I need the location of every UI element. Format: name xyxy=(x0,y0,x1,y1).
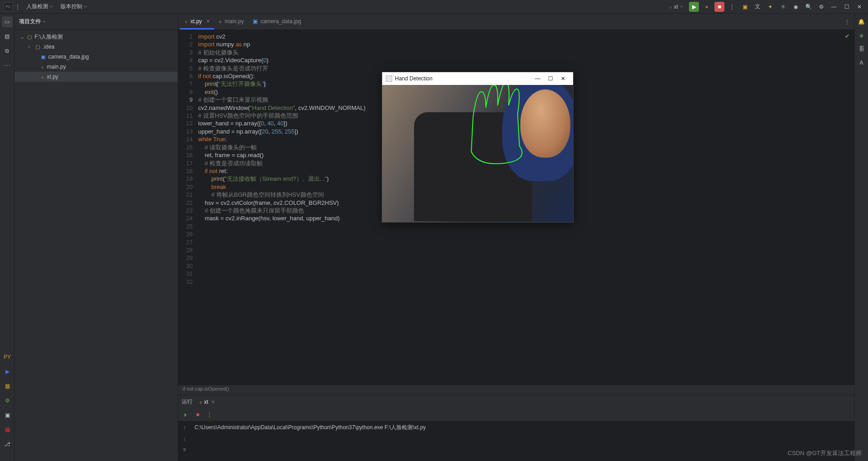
tree-file-main[interactable]: ⬨ main.py xyxy=(15,62,178,72)
chevron-down-icon xyxy=(50,5,53,9)
project-panel-title: 项目文件 xyxy=(19,18,41,25)
opencv-window[interactable]: Hand Detection — ☐ ✕ xyxy=(382,72,574,223)
ai-assistant-icon[interactable]: ◈ xyxy=(857,31,866,40)
tree-file-xt[interactable]: ⬨ xt.py xyxy=(15,72,178,82)
maximize-window-icon[interactable]: ☐ xyxy=(544,75,557,82)
opencv-window-title: Hand Detection xyxy=(395,75,433,82)
python-icon: ⬨ xyxy=(185,18,188,25)
chevron-down-icon xyxy=(680,5,683,9)
profiler-icon[interactable]: A xyxy=(857,58,866,67)
tree-item-label: xt.py xyxy=(47,74,58,80)
translate-icon[interactable]: 文 xyxy=(753,2,763,12)
run-button[interactable]: ▶ xyxy=(689,2,699,12)
close-icon[interactable]: ✕ xyxy=(854,2,864,12)
tab-xt[interactable]: ⬨ xt.py × xyxy=(180,14,214,30)
tree-file-image[interactable]: ▣ camera_data.jpg xyxy=(15,52,178,62)
tab-label: main.py xyxy=(224,18,244,25)
notifications-icon[interactable]: 🔔 xyxy=(857,17,866,26)
watermark: CSDN @GT开发算法工程师 xyxy=(788,449,862,457)
chevron-down-icon xyxy=(84,5,87,9)
run-tool-icon[interactable]: ▶ xyxy=(2,367,12,377)
python-icon: ⬨ xyxy=(199,399,202,405)
run-config-selector[interactable]: ⬨ xt xyxy=(666,3,686,11)
window-app-icon xyxy=(386,75,392,82)
minimize-window-icon[interactable]: — xyxy=(531,75,544,82)
right-tool-rail: 🔔 ◈ 🗄 A xyxy=(854,14,868,461)
scroll-up-icon[interactable]: ↑ xyxy=(183,425,186,431)
python-icon: ⬨ xyxy=(219,18,222,25)
project-panel: 项目文件 ⌄ ▢ F:\人脸检测 › ▢ .idea ▣ camera_data… xyxy=(15,14,178,461)
debug-button[interactable]: ● xyxy=(702,2,712,12)
run-tab[interactable]: ⬨ xt × xyxy=(196,398,217,406)
project-panel-header[interactable]: 项目文件 xyxy=(15,14,178,30)
close-window-icon[interactable]: ✕ xyxy=(557,75,569,82)
tree-folder-idea[interactable]: › ▢ .idea xyxy=(15,42,178,52)
tree-item-label: .idea xyxy=(43,44,55,50)
scroll-down-icon[interactable]: ↓ xyxy=(183,436,186,442)
code-with-me-icon[interactable]: ▣ xyxy=(740,2,750,12)
debug-tool-icon[interactable]: 🐞 xyxy=(2,425,12,435)
services-icon[interactable]: ▦ xyxy=(2,381,12,391)
run-console: ↑ ↓ ≡ C:\Users\Administrator\AppData\Loc… xyxy=(178,421,854,461)
image-icon: ▣ xyxy=(253,18,258,25)
database-icon[interactable]: 🗄 xyxy=(857,45,866,54)
hand-contour-overlay xyxy=(382,85,573,222)
git-icon[interactable]: ⎇ xyxy=(2,439,12,449)
tab-label: camera_data.jpg xyxy=(260,18,301,25)
image-icon: ▣ xyxy=(41,54,45,60)
soft-wrap-icon[interactable]: ≡ xyxy=(183,446,186,453)
run-config-name: xt xyxy=(674,4,678,10)
python-console-icon[interactable]: PY xyxy=(2,352,12,362)
line-gutter: 1234567891011121314151617181920212223242… xyxy=(178,30,196,385)
rerun-icon[interactable]: ⏵ xyxy=(182,411,190,419)
python-icon: ⬨ xyxy=(41,74,44,79)
ide-tools-icon[interactable]: ✦ xyxy=(765,2,775,12)
sync-icon[interactable]: ◉ xyxy=(791,2,801,12)
more-icon[interactable]: ⋮ xyxy=(727,2,737,12)
tab-main[interactable]: ⬨ main.py xyxy=(214,14,248,30)
project-dropdown[interactable]: 人脸检测 xyxy=(23,0,57,13)
vcs-dropdown[interactable]: 版本控制 xyxy=(57,0,91,13)
menubar: PC ⋮ 人脸检测 版本控制 ⬨ xt ▶ ● ■ ⋮ ▣ 文 ✦ ⚛ ◉ 🔍 … xyxy=(0,0,868,14)
opencv-window-titlebar[interactable]: Hand Detection — ☐ ✕ xyxy=(382,72,573,85)
packages-icon[interactable]: ⚙ xyxy=(2,396,12,406)
tree-item-label: main.py xyxy=(47,64,66,70)
settings-icon[interactable]: ⚙ xyxy=(816,2,826,12)
project-tree: ⌄ ▢ F:\人脸检测 › ▢ .idea ▣ camera_data.jpg … xyxy=(15,30,178,461)
analysis-ok-icon[interactable]: ✔ xyxy=(845,33,850,40)
maximize-icon[interactable]: ☐ xyxy=(842,2,852,12)
editor-breadcrumb[interactable]: if not cap.isOpened() xyxy=(178,385,854,395)
run-panel-tabbar: 运行 ⬨ xt × xyxy=(178,395,854,408)
run-tab-label: xt xyxy=(204,399,208,405)
stop-button[interactable]: ■ xyxy=(714,2,724,12)
tab-camera-image[interactable]: ▣ camera_data.jpg xyxy=(248,14,305,30)
more-actions-icon[interactable]: ⋮ xyxy=(205,411,214,419)
chevron-down-icon xyxy=(42,20,46,24)
project-tool-icon[interactable]: ▭ xyxy=(2,16,13,27)
tree-root[interactable]: ⌄ ▢ F:\人脸检测 xyxy=(15,32,178,42)
main-menu-icon[interactable]: ⋮ xyxy=(13,2,23,12)
video-frame xyxy=(382,85,573,222)
terminal-icon[interactable]: ▣ xyxy=(2,410,12,420)
structure-icon[interactable]: ⧉ xyxy=(2,45,13,56)
folder-icon: ▢ xyxy=(35,44,40,50)
tab-label: xt.py xyxy=(190,18,202,25)
console-output[interactable]: C:\Users\Administrator\AppData\Local\Pro… xyxy=(191,421,854,461)
search-icon[interactable]: 🔍 xyxy=(803,2,813,12)
run-toolbar: ⏵ ■ ⋮ xyxy=(178,408,854,421)
tab-overflow-icon[interactable]: ⋮ xyxy=(844,19,850,25)
ide-logo: PC xyxy=(4,2,13,11)
stop-process-icon[interactable]: ■ xyxy=(194,411,202,419)
run-panel-label: 运行 xyxy=(182,398,193,406)
minimize-icon[interactable]: — xyxy=(829,2,839,12)
chevron-down-icon: ⌄ xyxy=(20,34,25,40)
close-tab-icon[interactable]: × xyxy=(211,399,215,405)
folder-icon: ▢ xyxy=(27,34,32,40)
python-icon: ⬨ xyxy=(41,64,44,69)
python-icon: ⬨ xyxy=(669,4,672,10)
close-tab-icon[interactable]: × xyxy=(206,18,210,25)
atom-icon[interactable]: ⚛ xyxy=(778,2,788,12)
bookmarks-icon[interactable]: ▤ xyxy=(2,31,13,42)
chevron-right-icon: › xyxy=(28,44,33,50)
more-tools-icon[interactable]: ⋯ xyxy=(2,60,13,71)
